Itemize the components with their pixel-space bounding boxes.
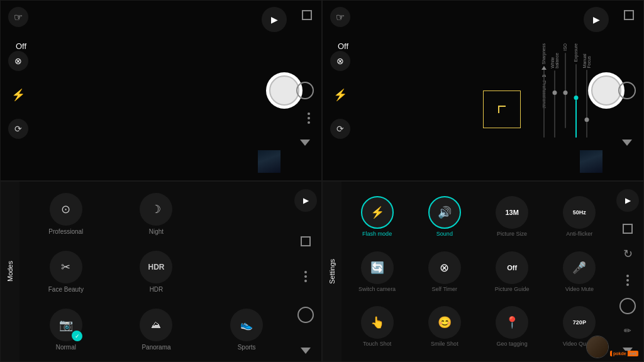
mode-normal[interactable]: 📷 ✓ Normal xyxy=(50,309,82,351)
right-controls-q4: ▶ ↻ ✏ xyxy=(612,182,643,361)
camera-view-q1: ☞ Off ⊗ ⚡ ⟳ ▶ xyxy=(0,0,322,181)
focus-cross xyxy=(498,106,506,113)
setting-video-mute[interactable]: 🎤 Video Mute xyxy=(547,251,612,292)
camera-view-q2: ☞ Off ⊗ ⚡ ⟳ ◀ Professional Sharpness Whi… xyxy=(322,0,644,181)
timer-icon[interactable]: ⊗ xyxy=(8,51,28,71)
settings-label: Settings xyxy=(328,259,336,284)
flash-mode-label: Flash mode xyxy=(362,231,392,237)
wb-slider[interactable]: White balance xyxy=(552,43,557,138)
video-mute-label: Video Mute xyxy=(565,286,594,292)
focus-box xyxy=(483,90,521,128)
geo-tagging-label: Geo tagging xyxy=(497,341,528,347)
modes-tab-label: Modes xyxy=(1,182,19,361)
dots-q4[interactable] xyxy=(626,275,629,286)
anti-flicker-label: Anti-flicker xyxy=(566,231,592,237)
shutter-sound-label: Sound xyxy=(436,231,453,237)
gallery-thumbnail-q2[interactable] xyxy=(580,150,602,173)
picture-guide-label: Picture Guide xyxy=(495,286,530,292)
avatar-q4 xyxy=(586,336,609,358)
aspect-ratio-button-q2[interactable] xyxy=(624,10,634,20)
ev-slider[interactable]: Exposure xyxy=(574,43,578,138)
mode-ring xyxy=(296,82,314,99)
hand-icon[interactable]: ☞ xyxy=(8,7,28,27)
settings-row-1: ⚡ Flash mode 🔊 Sound 13M Picture Size 50… xyxy=(345,196,612,237)
scroll-down-indicator[interactable] xyxy=(300,140,310,146)
flash-icon[interactable]: ⚡ xyxy=(8,85,28,105)
iso-slider[interactable]: ISO xyxy=(563,43,567,138)
mode-professional[interactable]: ⊙ Professional xyxy=(48,193,83,235)
picture-size-label: Picture Size xyxy=(497,231,527,237)
left-sidebar-q2: ☞ Off ⊗ ⚡ ⟳ xyxy=(330,7,350,139)
mode-hdr-label: HDR xyxy=(150,286,164,293)
refresh-icon-q4[interactable]: ↻ xyxy=(619,245,636,263)
switch-camera-label: Switch camera xyxy=(358,286,396,292)
scroll-down-q2[interactable] xyxy=(622,140,632,146)
settings-tab-label: Settings xyxy=(323,182,341,361)
setting-anti-flicker[interactable]: 50Hz Anti-flicker xyxy=(547,196,612,237)
setting-touch-shot[interactable]: 👆 Touch Shot xyxy=(345,306,409,347)
hand-icon-q2[interactable]: ☞ xyxy=(330,7,350,27)
touch-shot-label: Touch Shot xyxy=(363,341,391,347)
mode-panorama-label: Panorama xyxy=(142,344,170,351)
mode-face-beauty[interactable]: ✂ Face Beauty xyxy=(48,251,84,293)
scroll-q3[interactable] xyxy=(301,348,311,354)
setting-picture-guide[interactable]: Off Picture Guide xyxy=(480,251,545,292)
aspect-ratio-button[interactable] xyxy=(302,10,312,20)
modes-label: Modes xyxy=(6,261,14,282)
gallery-thumbnail[interactable] xyxy=(258,150,280,173)
settings-panel: Settings ⚡ Flash mode 🔊 Sound 13M Pi xyxy=(322,181,644,362)
setting-picture-size[interactable]: 13M Picture Size xyxy=(480,196,545,237)
timer-icon-q2[interactable]: ⊗ xyxy=(330,51,350,71)
settings-content: ⚡ Flash mode 🔊 Sound 13M Picture Size 50… xyxy=(345,185,612,358)
pokde-watermark: pokde .net xyxy=(610,351,638,356)
flash-off-label: Off xyxy=(16,41,26,51)
video-btn-q3[interactable]: ▶ xyxy=(294,189,317,212)
modes-panel: Modes ⊙ Professional ☽ Night ✂ Face Beau… xyxy=(0,181,322,362)
mode-hdr[interactable]: HDR HDR xyxy=(140,251,172,293)
sharpness-slider[interactable]: Sharpness xyxy=(541,43,546,138)
mode-normal-label: Normal xyxy=(56,344,76,351)
video-mode-button[interactable]: ▶ xyxy=(262,7,287,32)
mode-night[interactable]: ☽ Night xyxy=(140,193,172,235)
self-timer-label: Self Timer xyxy=(432,286,458,292)
aspect-q3[interactable] xyxy=(301,236,311,246)
mode-sports-label: Sports xyxy=(238,344,256,351)
video-mode-button-q2[interactable]: ▶ xyxy=(584,7,609,32)
setting-self-timer[interactable]: ⊗ Self Timer xyxy=(412,251,477,292)
smile-shot-label: Smile Shot xyxy=(431,341,458,347)
setting-geo-tagging[interactable]: 📍 Geo tagging xyxy=(480,306,545,347)
left-sidebar-q1: ☞ Off ⊗ ⚡ ⟳ xyxy=(8,7,28,139)
camera-rotate-icon[interactable]: ⟳ xyxy=(8,119,28,139)
mode-sports[interactable]: 👟 Sports xyxy=(230,309,263,351)
mode-ring-q2 xyxy=(618,82,636,99)
mode-night-label: Night xyxy=(149,228,164,235)
camera-rotate-icon-q2[interactable]: ⟳ xyxy=(330,119,350,139)
ring-q3 xyxy=(297,307,314,323)
setting-switch-camera[interactable]: 🔄 Switch camera xyxy=(345,251,409,292)
mode-professional-label: Professional xyxy=(48,228,83,235)
settings-row-2: 🔄 Switch camera ⊗ Self Timer Off Picture… xyxy=(345,251,612,292)
ring-q4 xyxy=(619,298,636,314)
modes-grid: ⊙ Professional ☽ Night ✂ Face Beauty HDR… xyxy=(23,187,290,356)
mode-panorama[interactable]: ⛰ Panorama xyxy=(140,309,172,351)
aspect-q4[interactable] xyxy=(623,224,633,234)
setting-flash-mode[interactable]: ⚡ Flash mode xyxy=(345,196,409,237)
setting-shutter-sound[interactable]: 🔊 Sound xyxy=(412,196,477,237)
video-btn-q4[interactable]: ▶ xyxy=(616,189,639,212)
settings-row-3: 👆 Touch Shot 😊 Smile Shot 📍 Geo tagging … xyxy=(345,306,612,347)
options-dots[interactable] xyxy=(308,112,310,124)
flash-off-label-q2: Off xyxy=(338,41,348,51)
edit-icon-q4[interactable]: ✏ xyxy=(624,326,631,336)
right-controls-q3: ▶ xyxy=(290,182,321,361)
flash-icon-q2[interactable]: ⚡ xyxy=(330,85,350,105)
dots-q3[interactable] xyxy=(304,271,307,282)
setting-smile-shot[interactable]: 😊 Smile Shot xyxy=(412,306,477,347)
mode-face-beauty-label: Face Beauty xyxy=(48,286,84,293)
